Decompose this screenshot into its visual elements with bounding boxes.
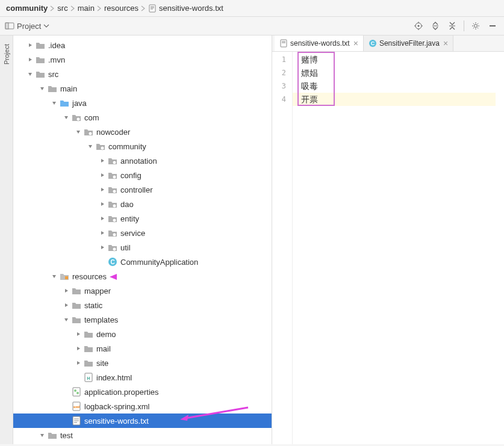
close-icon[interactable]: × <box>353 39 358 48</box>
package-icon <box>71 112 82 123</box>
tree-label: sensitive-words.txt <box>84 417 149 426</box>
tree-node-nowcoder[interactable]: nowcoder <box>13 125 272 139</box>
svg-point-17 <box>89 132 92 135</box>
tree-node-mail[interactable]: mail <box>13 341 272 356</box>
tree-arrow[interactable] <box>61 300 71 310</box>
tree-label: controller <box>120 185 152 194</box>
folder-icon <box>47 430 58 441</box>
editor-tab[interactable]: C SensitiveFilter.java × <box>364 36 453 51</box>
tree-node-dao[interactable]: dao <box>13 197 272 211</box>
tree-label: static <box>84 301 102 310</box>
folder-icon <box>35 54 46 65</box>
tree-node-static[interactable]: static <box>13 298 272 312</box>
tree-arrow[interactable] <box>61 286 71 296</box>
folder-icon <box>71 314 82 325</box>
tree-node-util[interactable]: util <box>13 240 272 255</box>
editor-body[interactable]: 1234 赌博嫖娼吸毒开票 <box>272 52 504 444</box>
tree-arrow[interactable] <box>73 373 83 382</box>
tree-label: community <box>108 142 146 151</box>
code-line[interactable]: 嫖娼 <box>301 66 504 79</box>
tree-label: test <box>60 431 73 440</box>
tree-node-com[interactable]: com <box>13 110 272 125</box>
code-line[interactable]: 吸毒 <box>301 79 504 93</box>
breadcrumb-item[interactable]: src <box>57 4 67 13</box>
tree-arrow[interactable] <box>49 98 59 108</box>
tree-arrow[interactable] <box>25 69 35 79</box>
tree-node-controller[interactable]: controller <box>13 182 272 197</box>
collapse-all-button[interactable] <box>446 19 459 33</box>
editor-gutter: 1234 <box>272 52 293 444</box>
breadcrumb-item[interactable]: resources <box>104 4 138 13</box>
breadcrumb-item[interactable]: community <box>6 4 48 13</box>
tree-node-templates[interactable]: templates <box>13 312 272 327</box>
tree-arrow[interactable] <box>98 170 107 180</box>
tree-arrow[interactable] <box>98 243 107 252</box>
tree-node--idea[interactable]: .idea <box>13 38 272 52</box>
editor-code[interactable]: 赌博嫖娼吸毒开票 <box>293 52 504 444</box>
tree-arrow[interactable] <box>61 113 71 122</box>
tree-node-sensitive-words-txt[interactable]: sensitive-words.txt <box>13 413 272 428</box>
tree-arrow[interactable] <box>25 55 35 64</box>
tree-arrow[interactable] <box>61 387 71 397</box>
editor-tab-active[interactable]: sensitive-words.txt × <box>275 36 364 51</box>
svg-point-16 <box>76 117 80 121</box>
editor-area: sensitive-words.txt × C SensitiveFilter.… <box>272 36 504 444</box>
project-tree[interactable]: .idea.mvnsrcmainjavacomnowcodercommunity… <box>13 36 272 444</box>
tree-node-site[interactable]: site <box>13 356 272 370</box>
tree-node-annotation[interactable]: annotation <box>13 153 272 168</box>
tree-node-test[interactable]: test <box>13 428 272 442</box>
tree-arrow[interactable] <box>98 214 107 223</box>
close-icon[interactable]: × <box>443 39 448 48</box>
breadcrumb-item[interactable]: sensitive-words.txt <box>159 4 223 13</box>
tree-arrow[interactable] <box>73 127 83 137</box>
tree-arrow[interactable] <box>98 156 107 166</box>
tree-node-service[interactable]: service <box>13 226 272 240</box>
hide-button[interactable] <box>486 19 499 33</box>
tree-node-entity[interactable]: entity <box>13 211 272 226</box>
tree-node-resources[interactable]: resources <box>13 269 272 283</box>
settings-button[interactable] <box>469 19 482 33</box>
tree-node-main[interactable]: main <box>13 81 272 96</box>
tree-node-application-properties[interactable]: application.properties <box>13 385 272 399</box>
tree-arrow[interactable] <box>98 199 107 209</box>
tree-arrow[interactable] <box>73 358 83 368</box>
tree-arrow[interactable] <box>25 40 35 50</box>
tree-arrow[interactable] <box>73 344 83 353</box>
tree-arrow[interactable] <box>98 228 107 238</box>
tree-arrow[interactable] <box>37 430 47 440</box>
tree-node-CommunityApplication[interactable]: CCommunityApplication <box>13 255 272 269</box>
chevron-down-icon <box>43 24 49 28</box>
folder-icon <box>83 358 94 368</box>
tree-arrow[interactable] <box>61 401 71 411</box>
breadcrumb-item[interactable]: main <box>78 4 95 13</box>
tree-arrow[interactable] <box>49 271 59 281</box>
expand-all-button[interactable] <box>429 19 442 33</box>
tree-label: mapper <box>84 286 111 296</box>
html-icon: H <box>83 372 94 383</box>
tree-node-mapper[interactable]: mapper <box>13 283 272 298</box>
tree-arrow[interactable] <box>37 84 47 93</box>
tree-node-community[interactable]: community <box>13 139 272 153</box>
tree-arrow[interactable] <box>61 315 71 324</box>
tree-arrow[interactable] <box>98 185 107 194</box>
locate-button[interactable] <box>412 19 425 33</box>
java-class-icon: C <box>369 39 377 48</box>
project-view-selector[interactable]: Project <box>5 21 49 31</box>
tree-node-java[interactable]: java <box>13 96 272 110</box>
tree-arrow[interactable] <box>86 141 95 151</box>
tree-arrow[interactable] <box>98 257 107 267</box>
project-tool-window-tab[interactable]: Project <box>0 36 13 444</box>
tree-node-index-html[interactable]: Hindex.html <box>13 370 272 385</box>
tree-label: application.properties <box>84 388 159 397</box>
tree-arrow[interactable] <box>73 329 83 339</box>
tree-node-src[interactable]: src <box>13 67 272 81</box>
code-line[interactable]: 开票 <box>293 93 496 106</box>
tree-arrow[interactable] <box>61 416 71 426</box>
chevron-right-icon <box>97 5 102 11</box>
code-line[interactable]: 赌博 <box>301 53 504 66</box>
chevron-right-icon <box>50 5 55 11</box>
tree-node-config[interactable]: config <box>13 168 272 182</box>
tree-node-demo[interactable]: demo <box>13 327 272 341</box>
tree-node-logback-spring-xml[interactable]: xmllogback-spring.xml <box>13 399 272 413</box>
tree-node--mvn[interactable]: .mvn <box>13 52 272 67</box>
